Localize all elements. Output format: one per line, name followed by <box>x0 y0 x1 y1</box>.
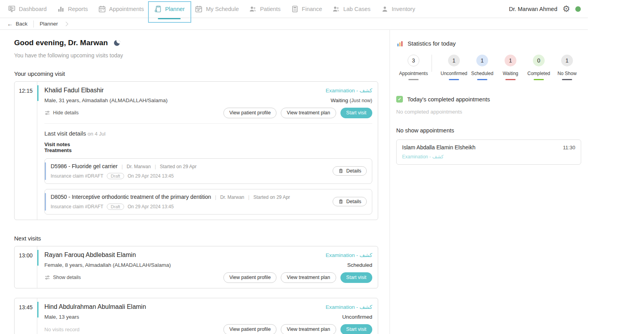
lab-cases-icon <box>332 5 340 13</box>
insurance-claim: Insurance claim #DRAFT <box>51 204 103 209</box>
visit-time: 12:15 <box>15 82 37 220</box>
planner-page: Dashboard Reports Appointments Planner <box>0 0 588 334</box>
treatment-details-button[interactable]: Details <box>333 166 367 176</box>
stat-value: 3 <box>408 55 419 66</box>
reports-icon <box>57 5 65 13</box>
no-show-patient-name: Islam Abdalla Elamin Elsheikh <box>402 144 476 150</box>
view-treatment-plan-button[interactable]: View treatment plan <box>281 324 336 334</box>
details-label: Details <box>346 199 361 204</box>
breadcrumb: ← Back Planner <box>0 18 588 30</box>
view-treatment-plan-button[interactable]: View treatment plan <box>281 108 336 118</box>
treatment-card: D8050 - Interceptive orthodontic treatme… <box>44 189 372 215</box>
nav-tab-label: Inventory <box>392 6 415 12</box>
treatment-started: Started on 29 Apr <box>253 195 290 200</box>
dashboard-icon <box>8 5 16 13</box>
tune-icon <box>44 275 50 281</box>
nav-tab-finance[interactable]: Finance <box>291 5 322 13</box>
breadcrumb-divider <box>33 20 34 28</box>
view-treatment-plan-button[interactable]: View treatment plan <box>281 272 336 283</box>
bar-chart-icon <box>397 40 403 47</box>
last-visit-details: Last visit details on 4 Jul Visit notes … <box>44 123 372 215</box>
start-visit-button[interactable]: Start visit <box>340 324 372 334</box>
stat-label: Completed <box>527 71 550 76</box>
view-patient-profile-button[interactable]: View patient profile <box>223 324 276 334</box>
clipboard-icon <box>338 199 344 204</box>
settings-gear-icon[interactable]: ⚙ <box>562 5 570 13</box>
treatment-started: Started on 29 Apr <box>160 164 196 169</box>
no-show-visit-type: Examination - كشف <box>402 154 575 160</box>
moon-icon <box>113 39 121 47</box>
nav-tab-label: Dashboard <box>19 6 47 12</box>
statistics-row: 3 Appointments 1 Unconfirmed 1 Scheduled… <box>397 55 581 80</box>
top-navigation: Dashboard Reports Appointments Planner <box>0 0 588 18</box>
stat-no-show: 1 No Show <box>553 55 581 80</box>
nav-tab-appointments[interactable]: Appointments <box>98 5 144 13</box>
breadcrumb-chevron-icon <box>64 22 68 26</box>
show-details-toggle[interactable]: Show details <box>44 275 81 281</box>
nav-tab-label: Planner <box>165 6 185 12</box>
statistics-panel: Statistics for today 3 Appointments 1 Un… <box>390 30 588 334</box>
check-icon: ✓ <box>396 96 403 103</box>
nav-tab-label: Lab Cases <box>343 6 370 12</box>
stat-label: Appointments <box>399 71 428 76</box>
visit-notes-label: Visit notes <box>44 141 372 147</box>
visit-card: 13:00 Rayan Farouq Abdlebasit Elamin Exa… <box>14 246 378 288</box>
nav-tab-inventory[interactable]: Inventory <box>381 5 415 13</box>
treatment-title: D8050 - Interceptive orthodontic treatme… <box>51 194 211 200</box>
no-show-appointments-title: No show appointments <box>396 127 581 134</box>
stat-appointments: 3 Appointments <box>397 55 430 80</box>
nav-tab-planner[interactable]: Planner <box>154 5 185 13</box>
nav-tab-label: Patients <box>260 6 280 12</box>
statistics-title: Statistics for today <box>408 40 456 47</box>
nav-tab-label: Reports <box>68 6 88 12</box>
page-title: Good evening, Dr. Marwan <box>14 39 108 47</box>
nav-tab-dashboard[interactable]: Dashboard <box>8 5 47 13</box>
nav-tab-my-schedule[interactable]: My Schedule <box>195 5 239 13</box>
stat-value: 1 <box>505 55 516 66</box>
treatment-title: D5986 - Fluoride gel carrier <box>51 163 117 169</box>
stat-label: Waiting <box>503 71 518 76</box>
claim-date: On 29 Apr 2024 13:45 <box>128 204 174 209</box>
nav-tab-reports[interactable]: Reports <box>57 5 88 13</box>
separator: | <box>248 195 249 200</box>
visit-time: 13:00 <box>15 246 37 288</box>
stat-value: 1 <box>476 55 488 66</box>
inventory-icon <box>381 5 389 13</box>
calendar-icon <box>98 5 106 13</box>
tune-icon <box>44 110 50 116</box>
start-visit-button[interactable]: Start visit <box>340 272 372 283</box>
patient-demographics: Male, 31 years, Almadallah (ALMADALLAH/S… <box>44 97 168 103</box>
separator: | <box>155 164 156 169</box>
nav-tab-label: Appointments <box>109 6 144 12</box>
stat-label: No Show <box>558 71 577 76</box>
treatment-details-button[interactable]: Details <box>333 197 367 206</box>
nav-tab-lab-cases[interactable]: Lab Cases <box>332 5 370 13</box>
finance-icon <box>291 5 299 13</box>
nav-tab-label: My Schedule <box>206 6 239 12</box>
last-visit-label: Last visit details <box>44 130 86 137</box>
stat-underline <box>477 79 487 80</box>
view-patient-profile-button[interactable]: View patient profile <box>223 272 276 283</box>
stat-underline <box>408 79 419 80</box>
nav-tab-patients[interactable]: Patients <box>249 5 280 13</box>
patients-icon <box>249 5 257 13</box>
stat-underline <box>449 79 459 80</box>
no-completed-appointments-text: No completed appointments <box>396 109 581 115</box>
visit-status: Unconfirmed <box>342 314 372 320</box>
hide-details-toggle[interactable]: Hide details <box>44 110 79 116</box>
stat-scheduled: 1 Scheduled <box>468 55 496 80</box>
visit-status: Waiting (Just now) <box>331 97 372 103</box>
next-visits-section-title: Next visits <box>14 235 378 242</box>
back-button[interactable]: ← Back <box>7 20 27 27</box>
schedule-icon <box>195 5 203 13</box>
stat-value: 1 <box>561 55 573 66</box>
view-patient-profile-button[interactable]: View patient profile <box>223 108 276 118</box>
completed-appointments-title: Today's completed appointments <box>407 96 490 103</box>
start-visit-button[interactable]: Start visit <box>340 108 372 118</box>
separator: | <box>215 195 216 200</box>
upcoming-section-title: Your upcoming visit <box>14 70 378 77</box>
user-name: Dr. Marwan Ahmed <box>509 6 557 12</box>
planner-icon <box>154 5 162 13</box>
last-visit-date: on 4 Jul <box>88 131 106 137</box>
clipboard-icon <box>338 168 344 174</box>
